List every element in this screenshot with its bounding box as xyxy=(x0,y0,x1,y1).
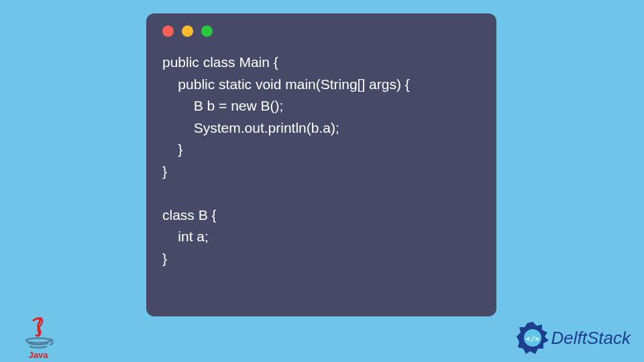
maximize-dot-icon xyxy=(201,25,213,37)
window-controls xyxy=(162,25,480,37)
delftstack-logo: </> DelftStack xyxy=(515,320,631,355)
java-logo-icon: Java xyxy=(20,315,57,355)
delftstack-text: DelftStack xyxy=(551,328,631,349)
code-window: public class Main { public static void m… xyxy=(146,13,496,316)
svg-point-0 xyxy=(26,339,50,343)
minimize-dot-icon xyxy=(182,25,193,37)
code-content: public class Main { public static void m… xyxy=(162,52,480,269)
java-logo-text: Java xyxy=(29,350,49,360)
svg-text:</>: </> xyxy=(526,335,539,343)
close-dot-icon xyxy=(162,25,174,37)
delftstack-badge-icon: </> xyxy=(515,320,550,355)
